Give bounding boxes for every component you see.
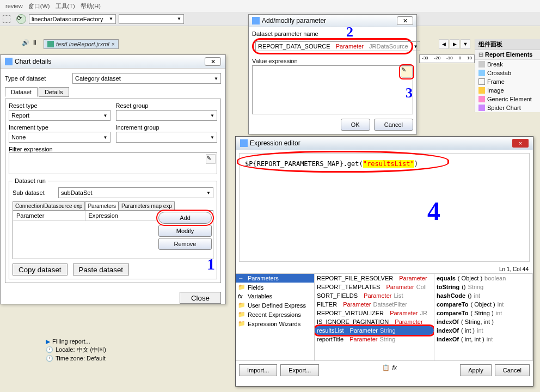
chevron-down-icon: ▼ [109,16,113,21]
value-expr-input[interactable]: ✎ [252,65,413,114]
category-list: →Parameters 📁Fields fxVariables 📁User De… [236,274,315,360]
fx-icon[interactable]: fx [392,364,397,376]
drag-handle-icon[interactable] [3,15,10,23]
type-select[interactable]: Category dataset ▼ [72,73,221,84]
reset-type-select[interactable]: Report▼ [9,110,111,121]
remove-button[interactable]: Remove [158,238,212,250]
datasource-value: linecharDatasourceFactory [32,16,103,22]
tick: 0 [459,56,461,62]
reset-group-select[interactable]: ▼ [116,110,218,121]
export-button[interactable]: Export... [280,364,319,376]
param-item[interactable]: SORT_FIELDS Parameter List [315,291,434,300]
param-name-value: REPORT_DATA_SOURCE [258,43,330,50]
ok-button[interactable]: OK [341,119,370,131]
add-param-dialog: Add/modify parameter ✕ Dataset parameter… [248,14,417,134]
param-item[interactable]: resultsList Parameter String [315,326,434,335]
chart-details-titlebar: Chart details ✕ [1,55,225,69]
tab-dataset[interactable]: Dataset [5,87,38,97]
close-button[interactable]: ✕ [397,16,413,25]
import-button[interactable]: Import... [239,364,277,376]
file-tabbar: testLineReport.jrxml × [44,39,119,49]
menu-window[interactable]: 窗口(W) [28,2,50,10]
cat-recent[interactable]: 📁Recent Expressions [236,310,314,319]
add-button[interactable]: Add [158,212,212,224]
param-name-select[interactable]: REPORT_DATA_SOURCE Parameter JRDataSourc… [255,41,420,51]
method-item[interactable]: hashCode() int [434,291,532,300]
palette-item-image[interactable]: Image [475,86,540,95]
sound-toggle[interactable]: 🔊 Ⅱ [22,39,36,46]
col-parameter: Parameter [13,211,85,220]
increment-type-select[interactable]: None▼ [9,132,111,143]
tick: -20 [434,56,441,62]
method-item[interactable]: indexOf( int, int ) int [434,335,532,344]
cancel-button[interactable]: Cancel [495,364,530,376]
close-button[interactable]: Close [180,292,221,304]
cancel-button[interactable]: Cancel [374,119,413,131]
palette-item-generic[interactable]: Generic Element [475,95,540,103]
cursor-status: Ln 1, Col 44 [236,265,533,273]
reset-type-label: Reset type [9,102,111,109]
cat-parameters[interactable]: →Parameters [236,274,314,283]
method-item[interactable]: compareTo( String ) int [434,309,532,317]
modify-button[interactable]: Modify [158,225,212,237]
param-item[interactable]: REPORT_TEMPLATES Parameter Coll [315,283,434,291]
menu-help[interactable]: 帮助(H) [81,2,101,10]
cat-fields[interactable]: 📁Fields [236,283,314,292]
increment-group-select[interactable]: ▼ [116,132,218,143]
expression-code-area[interactable]: $P{REPORT_PARAMETERS_MAP}.get("resultsLi… [239,153,530,262]
param-item[interactable]: reportTitle Parameter String [315,335,434,344]
apply-button[interactable]: Apply [460,364,492,376]
menu-tools[interactable]: 工具(T) [56,2,75,10]
method-item[interactable]: indexOf( int ) int [434,326,532,335]
tick: -10 [446,56,453,62]
second-select[interactable]: ▼ [119,14,184,24]
close-button[interactable]: × [512,139,529,148]
method-item[interactable]: equals( Object ) boolean [434,274,532,283]
copy-icon[interactable]: 📋 [382,364,390,376]
copy-dataset-button[interactable]: Copy dataset [13,264,68,275]
cat-variables[interactable]: fxVariables [236,292,314,301]
param-item[interactable]: REPORT_FILE_RESOLVER Parameter [315,274,434,283]
generic-icon [478,96,485,102]
palette-item-spider[interactable]: Spider Chart [475,103,540,112]
filter-input[interactable]: ✎ [9,152,217,174]
tab-parameters[interactable]: Parameters [85,201,119,211]
dropdown-icon[interactable]: ▼ [461,39,470,49]
cat-wizards[interactable]: 📁Expression Wizards [236,319,314,328]
param-item[interactable]: REPORT_VIRTUALIZER Parameter JR [315,309,434,317]
dialog-icon [252,17,260,24]
close-button[interactable]: ✕ [205,57,221,66]
file-tab[interactable]: testLineReport.jrxml × [44,39,119,49]
method-item[interactable]: compareTo( Object ) int [434,300,532,309]
param-item[interactable]: IS_IGNORE_PAGINATION Parameter [315,317,434,326]
tick: -30 [422,56,428,62]
palette-item-crosstab[interactable]: Crosstab [475,69,540,77]
next-icon[interactable]: ▶ [450,39,459,49]
cat-user-defined[interactable]: 📁User Defined Express [236,301,314,310]
close-icon[interactable]: × [112,41,115,47]
tab-details[interactable]: Details [39,87,69,97]
param-item[interactable]: FILTER Parameter DatasetFilter [315,300,434,309]
chevron-down-icon: ▼ [206,191,211,195]
tab-connection[interactable]: Connection/Datasource exp [13,201,85,211]
method-item[interactable]: indexOf( String, int ) [434,317,532,326]
palette-item-break[interactable]: Break [475,60,540,69]
edit-icon[interactable]: ✎ [206,154,216,164]
prev-icon[interactable]: ◀ [439,39,449,49]
method-item[interactable]: toString() String [434,283,532,291]
arrow-icon: ▶ [46,338,50,346]
chevron-down-icon: ▼ [214,76,218,81]
edit-expression-button[interactable]: ✎ [401,66,413,78]
ruler: -30 -20 -10 0 10 [419,54,475,63]
datasource-icon[interactable]: ⟳ [16,14,26,24]
datasource-select[interactable]: linecharDatasourceFactory ▼ [29,14,116,24]
filling-label: Filling report... [52,338,90,346]
tick: 10 [467,56,472,62]
palette: 组件面板 ⊟ Report Elements Break Crosstab Fr… [475,39,540,112]
subdataset-select[interactable]: subDataSet▼ [58,187,213,198]
tab-param-map[interactable]: Parameters map exp [119,201,175,211]
palette-item-frame[interactable]: Frame [475,77,540,86]
paste-dataset-button[interactable]: Paste dataset [73,264,130,275]
annotation-circle [237,151,449,173]
file-tab-label: testLineReport.jrxml [56,41,109,47]
